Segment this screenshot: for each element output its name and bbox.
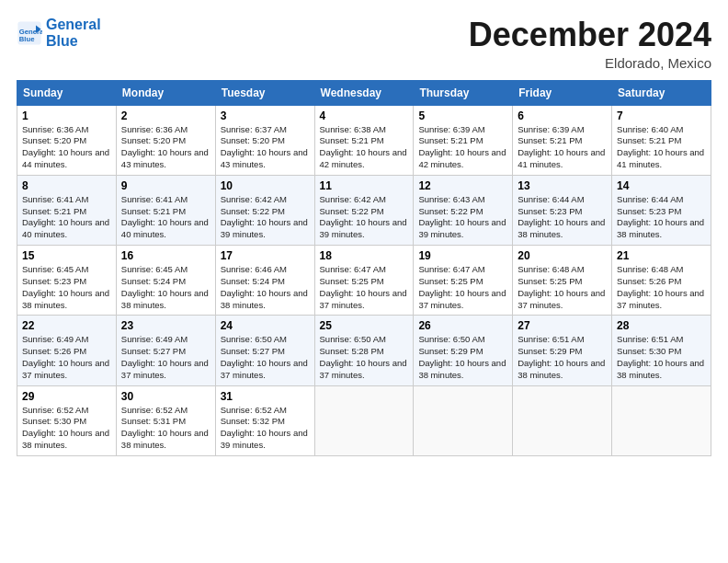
day-number: 1 [22, 109, 111, 122]
day-number: 16 [121, 249, 210, 262]
day-number: 7 [617, 109, 706, 122]
calendar-cell: 31 Sunrise: 6:52 AMSunset: 5:32 PMDaylig… [215, 385, 314, 455]
day-info: Sunrise: 6:48 AMSunset: 5:26 PMDaylight:… [617, 264, 706, 311]
day-number: 29 [22, 390, 111, 403]
month-title: December 2024 [469, 17, 711, 53]
logo-text: General Blue [46, 17, 101, 51]
title-block: December 2024 Eldorado, Mexico [469, 17, 711, 71]
calendar-cell: 11 Sunrise: 6:42 AMSunset: 5:22 PMDaylig… [314, 175, 414, 245]
calendar-cell: 25 Sunrise: 6:50 AMSunset: 5:28 PMDaylig… [314, 316, 414, 385]
calendar-cell [314, 385, 414, 455]
day-info: Sunrise: 6:51 AMSunset: 5:30 PMDaylight:… [617, 334, 706, 381]
day-info: Sunrise: 6:36 AMSunset: 5:20 PMDaylight:… [22, 124, 111, 171]
day-number: 14 [617, 179, 706, 192]
day-info: Sunrise: 6:45 AMSunset: 5:23 PMDaylight:… [22, 264, 111, 311]
svg-text:Blue: Blue [19, 35, 35, 43]
calendar-cell: 12 Sunrise: 6:43 AMSunset: 5:22 PMDaylig… [414, 175, 513, 245]
day-number: 10 [221, 179, 310, 192]
calendar-cell: 9 Sunrise: 6:41 AMSunset: 5:21 PMDayligh… [116, 175, 215, 245]
day-info: Sunrise: 6:49 AMSunset: 5:27 PMDaylight:… [121, 334, 210, 381]
day-info: Sunrise: 6:48 AMSunset: 5:25 PMDaylight:… [518, 264, 607, 311]
calendar-cell: 30 Sunrise: 6:52 AMSunset: 5:31 PMDaylig… [116, 385, 215, 455]
calendar-week-5: 29 Sunrise: 6:52 AMSunset: 5:30 PMDaylig… [17, 385, 711, 455]
logo: General Blue General Blue [17, 17, 101, 51]
day-info: Sunrise: 6:52 AMSunset: 5:31 PMDaylight:… [121, 405, 210, 452]
day-info: Sunrise: 6:44 AMSunset: 5:23 PMDaylight:… [518, 194, 607, 241]
calendar-cell: 17 Sunrise: 6:46 AMSunset: 5:24 PMDaylig… [215, 246, 314, 316]
col-header-monday: Monday [116, 80, 215, 105]
day-number: 28 [617, 319, 706, 332]
day-number: 24 [221, 319, 310, 332]
calendar-cell: 5 Sunrise: 6:39 AMSunset: 5:21 PMDayligh… [414, 105, 513, 175]
calendar-cell: 15 Sunrise: 6:45 AMSunset: 5:23 PMDaylig… [17, 246, 117, 316]
day-info: Sunrise: 6:52 AMSunset: 5:32 PMDaylight:… [221, 405, 310, 452]
day-info: Sunrise: 6:45 AMSunset: 5:24 PMDaylight:… [121, 264, 210, 311]
day-info: Sunrise: 6:39 AMSunset: 5:21 PMDaylight:… [518, 124, 607, 171]
day-info: Sunrise: 6:41 AMSunset: 5:21 PMDaylight:… [22, 194, 111, 241]
calendar-cell: 16 Sunrise: 6:45 AMSunset: 5:24 PMDaylig… [116, 246, 215, 316]
day-number: 13 [518, 179, 607, 192]
day-info: Sunrise: 6:52 AMSunset: 5:30 PMDaylight:… [22, 405, 111, 452]
calendar-cell: 21 Sunrise: 6:48 AMSunset: 5:26 PMDaylig… [612, 246, 711, 316]
col-header-sunday: Sunday [17, 80, 117, 105]
day-info: Sunrise: 6:41 AMSunset: 5:21 PMDaylight:… [121, 194, 210, 241]
col-header-wednesday: Wednesday [314, 80, 414, 105]
calendar-cell: 6 Sunrise: 6:39 AMSunset: 5:21 PMDayligh… [513, 105, 612, 175]
calendar-cell: 26 Sunrise: 6:50 AMSunset: 5:29 PMDaylig… [414, 316, 513, 385]
day-info: Sunrise: 6:44 AMSunset: 5:23 PMDaylight:… [617, 194, 706, 241]
day-info: Sunrise: 6:47 AMSunset: 5:25 PMDaylight:… [418, 264, 507, 311]
day-info: Sunrise: 6:46 AMSunset: 5:24 PMDaylight:… [221, 264, 310, 311]
calendar-cell [612, 385, 711, 455]
day-number: 18 [320, 249, 409, 262]
col-header-saturday: Saturday [612, 80, 711, 105]
calendar-table: SundayMondayTuesdayWednesdayThursdayFrid… [17, 80, 711, 456]
calendar-cell: 19 Sunrise: 6:47 AMSunset: 5:25 PMDaylig… [414, 246, 513, 316]
calendar-cell: 3 Sunrise: 6:37 AMSunset: 5:20 PMDayligh… [215, 105, 314, 175]
location: Eldorado, Mexico [469, 55, 711, 71]
day-info: Sunrise: 6:43 AMSunset: 5:22 PMDaylight:… [418, 194, 507, 241]
calendar-cell: 2 Sunrise: 6:36 AMSunset: 5:20 PMDayligh… [116, 105, 215, 175]
calendar-cell: 14 Sunrise: 6:44 AMSunset: 5:23 PMDaylig… [612, 175, 711, 245]
day-number: 31 [221, 390, 310, 403]
day-number: 6 [518, 109, 607, 122]
day-info: Sunrise: 6:47 AMSunset: 5:25 PMDaylight:… [320, 264, 409, 311]
day-number: 25 [320, 319, 409, 332]
calendar-cell: 20 Sunrise: 6:48 AMSunset: 5:25 PMDaylig… [513, 246, 612, 316]
calendar-cell: 22 Sunrise: 6:49 AMSunset: 5:26 PMDaylig… [17, 316, 117, 385]
day-number: 26 [418, 319, 507, 332]
calendar-cell: 18 Sunrise: 6:47 AMSunset: 5:25 PMDaylig… [314, 246, 414, 316]
calendar-week-2: 8 Sunrise: 6:41 AMSunset: 5:21 PMDayligh… [17, 175, 711, 245]
day-info: Sunrise: 6:42 AMSunset: 5:22 PMDaylight:… [320, 194, 409, 241]
day-number: 5 [418, 109, 507, 122]
day-number: 9 [121, 179, 210, 192]
day-info: Sunrise: 6:37 AMSunset: 5:20 PMDaylight:… [221, 124, 310, 171]
calendar-week-4: 22 Sunrise: 6:49 AMSunset: 5:26 PMDaylig… [17, 316, 711, 385]
col-header-thursday: Thursday [414, 80, 513, 105]
day-number: 4 [320, 109, 409, 122]
col-header-friday: Friday [513, 80, 612, 105]
day-number: 12 [418, 179, 507, 192]
day-number: 23 [121, 319, 210, 332]
day-info: Sunrise: 6:42 AMSunset: 5:22 PMDaylight:… [221, 194, 310, 241]
calendar-cell: 8 Sunrise: 6:41 AMSunset: 5:21 PMDayligh… [17, 175, 117, 245]
calendar-cell: 10 Sunrise: 6:42 AMSunset: 5:22 PMDaylig… [215, 175, 314, 245]
day-number: 11 [320, 179, 409, 192]
calendar-cell [513, 385, 612, 455]
day-info: Sunrise: 6:40 AMSunset: 5:21 PMDaylight:… [617, 124, 706, 171]
calendar-cell: 7 Sunrise: 6:40 AMSunset: 5:21 PMDayligh… [612, 105, 711, 175]
calendar-week-1: 1 Sunrise: 6:36 AMSunset: 5:20 PMDayligh… [17, 105, 711, 175]
calendar-cell: 24 Sunrise: 6:50 AMSunset: 5:27 PMDaylig… [215, 316, 314, 385]
calendar-cell: 27 Sunrise: 6:51 AMSunset: 5:29 PMDaylig… [513, 316, 612, 385]
day-info: Sunrise: 6:38 AMSunset: 5:21 PMDaylight:… [320, 124, 409, 171]
day-number: 15 [22, 249, 111, 262]
day-info: Sunrise: 6:39 AMSunset: 5:21 PMDaylight:… [418, 124, 507, 171]
day-info: Sunrise: 6:49 AMSunset: 5:26 PMDaylight:… [22, 334, 111, 381]
calendar-cell: 28 Sunrise: 6:51 AMSunset: 5:30 PMDaylig… [612, 316, 711, 385]
day-number: 20 [518, 249, 607, 262]
day-number: 2 [121, 109, 210, 122]
day-number: 8 [22, 179, 111, 192]
header: General Blue General Blue December 2024 … [17, 17, 711, 71]
calendar-cell: 4 Sunrise: 6:38 AMSunset: 5:21 PMDayligh… [314, 105, 414, 175]
day-info: Sunrise: 6:36 AMSunset: 5:20 PMDaylight:… [121, 124, 210, 171]
day-number: 27 [518, 319, 607, 332]
